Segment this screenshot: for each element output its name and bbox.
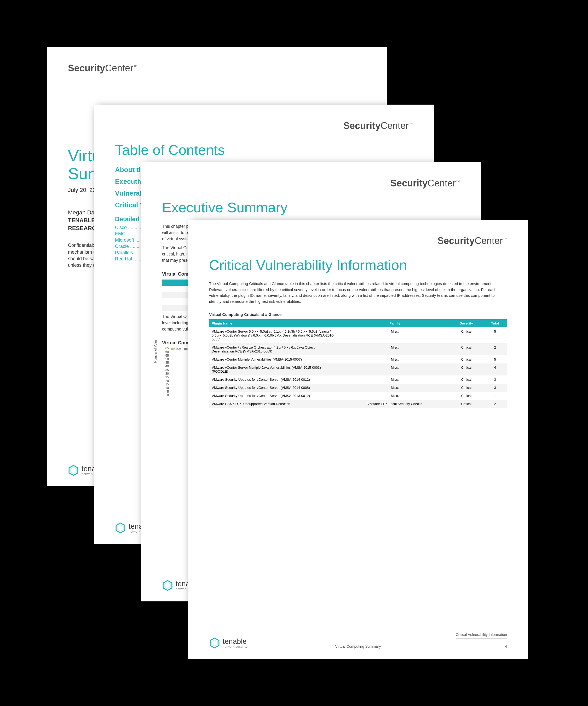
cell-severity: Critical [450, 343, 483, 355]
brand-part1: Security [390, 178, 427, 189]
page-number: 4 [505, 644, 507, 649]
cell-family: Misc. [340, 376, 450, 384]
toc-sub-label: EMC [115, 231, 125, 236]
table-row: VMware Security Updates for vCenter Serv… [209, 384, 507, 392]
table-row: VMware ESX / ESXi Unsupported Version De… [209, 400, 507, 408]
table-row: VMware Security Updates for vCenter Serv… [209, 376, 507, 384]
cell-total: 5 [483, 327, 507, 343]
cell-severity: Critical [450, 384, 483, 392]
table-row: VMware Security Updates for vCenter Serv… [209, 392, 507, 400]
page-inner: SecurityCenter™ Critical Vulnerability I… [188, 220, 528, 659]
brand-part2: Center [380, 120, 409, 131]
cell-severity: Critical [450, 327, 483, 343]
cell-plugin: VMware ESX / ESXi Unsupported Version De… [209, 400, 340, 408]
svg-marker-5 [165, 582, 170, 589]
critical-intro-text: The Virtual Computing Criticals at a Gla… [209, 281, 507, 304]
brand-header-right: SecurityCenter™ [115, 120, 413, 131]
toc-title: Table of Contents [115, 142, 413, 158]
footer-right: Critical Vulnerability Information 4 [456, 632, 507, 649]
tenable-hex-icon [115, 522, 126, 534]
cell-family: Misc. [340, 363, 450, 376]
tenable-name: tenable [223, 638, 248, 645]
table-row: VMware vCenter Multiple Vulnerabilities … [209, 355, 507, 363]
cell-family: Misc. [340, 343, 450, 355]
cell-severity: Critical [450, 400, 483, 408]
cell-severity: Critical [450, 392, 483, 400]
th-plugin: Plugin Name [209, 319, 340, 327]
brand-part1: Security [343, 120, 380, 131]
tenable-tagline: network security [223, 645, 248, 648]
brand-header-right: SecurityCenter™ [162, 178, 460, 189]
toc-sub-label: Oracle [115, 244, 129, 249]
y-tick: 0 [167, 394, 169, 397]
brand-tm: ™ [503, 237, 507, 241]
table-header-row: Plugin Name Family Severity Total [209, 319, 507, 327]
y-tick: 5 [167, 390, 169, 394]
criticals-table: Plugin Name Family Severity Total VMware… [209, 319, 507, 408]
table-row: VMware vCenter / vRealize Orchestrator 4… [209, 343, 507, 355]
cell-total: 1 [483, 392, 507, 400]
cell-plugin: VMware vCenter Multiple Vulnerabilities … [209, 355, 340, 363]
y-tick: 30 [165, 372, 169, 376]
chart-ylabel: Number of Vulns [154, 340, 157, 363]
cell-plugin: VMware Security Updates for vCenter Serv… [209, 384, 340, 392]
cell-total: 2 [483, 343, 507, 355]
brand-part1: Security [437, 235, 474, 246]
brand-tm: ™ [133, 64, 137, 69]
toc-sub-label: Cisco [115, 225, 127, 230]
toc-sub-label: Red Hat [115, 256, 132, 262]
cell-severity: Critical [450, 376, 483, 384]
svg-marker-6 [210, 638, 219, 648]
cell-family: VMware ESX Local Security Checks [340, 400, 450, 408]
tenable-hex-icon [162, 580, 173, 591]
report-page-4: SecurityCenter™ Critical Vulnerability I… [188, 220, 528, 659]
tenable-hex-icon [209, 637, 220, 649]
y-tick: 65 [165, 347, 169, 350]
tenable-hex-icon [68, 465, 79, 476]
cell-plugin: VMware vCenter / vRealize Orchestrator 4… [209, 343, 340, 355]
y-tick: 40 [165, 364, 169, 368]
y-tick: 35 [165, 368, 169, 372]
cell-family: Misc. [340, 384, 450, 392]
brand-part2: Center [474, 235, 503, 246]
critical-vuln-title: Critical Vulnerability Information [209, 257, 507, 273]
cell-severity: Critical [450, 355, 483, 363]
y-tick: 50 [165, 357, 169, 361]
y-tick: 60 [165, 350, 169, 354]
svg-marker-3 [118, 525, 123, 531]
tenable-text: tenable network security [223, 638, 248, 648]
brand-part1: Security [68, 63, 105, 74]
brand-part2: Center [105, 63, 133, 74]
page-footer: tenable network security Virtual Computi… [209, 632, 507, 649]
brand-header: SecurityCenter™ [68, 63, 366, 74]
svg-marker-1 [71, 467, 76, 474]
y-tick: 15 [165, 383, 169, 386]
cell-total: 3 [483, 384, 507, 392]
toc-sub-label: Microsoft [115, 237, 134, 243]
cell-total: 3 [483, 376, 507, 384]
y-tick: 25 [165, 376, 169, 379]
cell-total: 4 [483, 363, 507, 376]
table-row: VMware vCenter Server 5.0.x < 5.0u3e / 5… [209, 327, 507, 343]
brand-header-right: SecurityCenter™ [209, 235, 507, 246]
cell-plugin: VMware Security Updates for vCenter Serv… [209, 376, 340, 384]
table-row: VMware vCenter Server Multiple Java Vuln… [209, 363, 507, 376]
cell-plugin: VMware vCenter Server Multiple Java Vuln… [209, 363, 340, 376]
th-total: Total [483, 319, 507, 327]
cell-severity: Critical [450, 363, 483, 376]
footer-section-label: Critical Vulnerability Information [456, 632, 507, 638]
brand-tm: ™ [409, 122, 413, 126]
y-tick: 55 [165, 354, 169, 357]
th-family: Family [340, 319, 450, 327]
toc-sub-label: Parallels [115, 250, 133, 255]
cell-family: Misc. [340, 327, 450, 343]
exec-summary-title: Executive Summary [162, 199, 460, 215]
y-tick: 45 [165, 361, 169, 364]
brand-tm: ™ [456, 180, 460, 184]
y-tick: 10 [165, 386, 169, 390]
cell-total: 2 [483, 400, 507, 408]
vuln-table-caption: Virtual Computing Criticals at a Glance [209, 312, 507, 317]
cell-family: Misc. [340, 392, 450, 400]
y-tick: 20 [165, 379, 169, 383]
cell-plugin: VMware vCenter Server 5.0.x < 5.0u3e / 5… [209, 327, 340, 343]
